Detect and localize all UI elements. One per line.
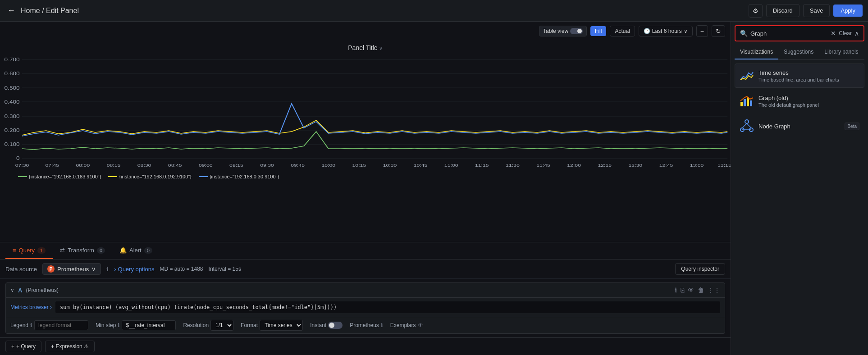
resolution-label: Resolution — [183, 322, 209, 328]
graph-old-icon — [740, 94, 754, 108]
svg-text:13:15: 13:15 — [717, 163, 731, 168]
settings-button[interactable]: ⚙ — [749, 4, 763, 18]
min-step-input[interactable] — [122, 320, 176, 330]
svg-rect-40 — [740, 102, 743, 106]
query-delete-icon[interactable]: 🗑 — [698, 287, 704, 294]
table-view-toggle[interactable]: Table view — [539, 26, 587, 36]
viz-item-time-series-info: Time series Time based line, area and ba… — [758, 69, 859, 82]
query-inspector-button[interactable]: Query inspector — [675, 263, 725, 275]
time-range-picker[interactable]: 🕐 Last 6 hours ∨ — [639, 26, 693, 36]
svg-text:0.600: 0.600 — [5, 71, 20, 77]
svg-rect-43 — [750, 100, 752, 106]
format-select[interactable]: Time series — [260, 320, 303, 331]
viz-item-time-series-desc: Time based line, area and bar charts — [758, 77, 859, 82]
legend-color-3 — [199, 176, 208, 177]
datasource-label: Data source — [5, 266, 37, 273]
alert-tab-label: Alert — [129, 247, 142, 254]
table-view-switch[interactable] — [570, 28, 583, 34]
svg-line-48 — [747, 123, 751, 128]
tab-transform[interactable]: ⇄ Transform 0 — [53, 242, 112, 259]
apply-button[interactable]: Apply — [833, 5, 863, 17]
query-bottom-bar: + + Query + Expression ⚠ — [0, 337, 731, 355]
svg-text:07:30: 07:30 — [15, 163, 29, 168]
svg-text:08:45: 08:45 — [168, 163, 182, 168]
top-bar: ← Home / Edit Panel ⚙ Discard Save Apply — [0, 0, 868, 22]
svg-text:09:00: 09:00 — [199, 163, 213, 168]
resolution-select[interactable]: 1/1 — [210, 320, 233, 331]
query-expression-display[interactable]: sum by(instance) (avg_without(cpu) (irat… — [55, 301, 720, 313]
panel-title[interactable]: Panel Title — [0, 44, 731, 51]
viz-search-input[interactable] — [750, 30, 828, 37]
query-drag-icon[interactable]: ⋮⋮ — [708, 287, 720, 294]
svg-rect-42 — [747, 97, 749, 106]
exemplars-label: Exemplars — [390, 322, 416, 328]
query-expression-row: Metrics browser › sum by(instance) (avg_… — [6, 298, 725, 317]
exemplars-field: Exemplars 👁 — [390, 322, 423, 328]
query-copy-icon[interactable]: ⎘ — [681, 287, 684, 294]
format-label: Format — [241, 322, 258, 328]
alert-tab-badge: 0 — [144, 247, 152, 254]
legend-item-1: {instance="192.168.0.183:9100"} — [18, 174, 101, 179]
chevron-down-icon: ∨ — [91, 266, 96, 273]
query-options-label: Query options — [118, 266, 155, 273]
instant-toggle[interactable] — [328, 322, 343, 329]
query-id-label: A — [18, 287, 22, 294]
add-query-label: + Query — [16, 343, 36, 350]
svg-text:09:45: 09:45 — [291, 163, 305, 168]
actual-button[interactable]: Actual — [610, 26, 635, 36]
query-tabs: ≡ Query 1 ⇄ Transform 0 🔔 Alert 0 — [0, 242, 731, 259]
viz-item-node-graph-info: Node Graph — [758, 123, 840, 130]
add-expression-button[interactable]: + Expression ⚠ — [45, 341, 95, 352]
svg-text:0.100: 0.100 — [5, 142, 20, 147]
query-help-icon[interactable]: ℹ — [675, 287, 677, 294]
collapse-right-panel-button[interactable]: ∧ — [854, 30, 859, 37]
query-row-header: ∨ A (Prometheus) ℹ ⎘ 👁 🗑 ⋮⋮ — [6, 283, 725, 298]
clear-search-button[interactable]: ✕ — [831, 30, 836, 37]
metrics-browser-button[interactable]: Metrics browser › — [10, 304, 52, 310]
query-visibility-icon[interactable]: 👁 — [688, 287, 694, 294]
legend-info-icon[interactable]: ℹ — [30, 322, 32, 328]
viz-item-time-series[interactable]: Time series Time based line, area and ba… — [735, 64, 864, 88]
viz-item-graph-old-title: Graph (old) — [758, 95, 859, 101]
zoom-out-button[interactable]: − — [696, 25, 708, 37]
query-opts-meta-interval: Interval = 15s — [209, 266, 241, 272]
exemplars-info-icon[interactable]: 👁 — [418, 322, 423, 328]
tab-library-panels[interactable]: Library panels — [819, 45, 863, 59]
query-options-expand[interactable]: › Query options — [114, 266, 154, 273]
svg-text:09:30: 09:30 — [260, 163, 274, 168]
fill-button[interactable]: Fill — [590, 26, 606, 36]
svg-text:08:00: 08:00 — [76, 163, 90, 168]
svg-line-47 — [742, 123, 747, 128]
top-bar-left: ← Home / Edit Panel — [5, 4, 79, 17]
data-source-info-icon[interactable]: ℹ — [381, 322, 383, 328]
datasource-name: Prometheus — [57, 266, 89, 273]
data-source-value: Prometheus — [350, 322, 379, 328]
viz-item-graph-old-info: Graph (old) The old default graph panel — [758, 95, 859, 108]
datasource-info-icon[interactable]: ℹ — [106, 266, 109, 273]
format-field: Format Time series — [241, 320, 303, 331]
svg-text:12:00: 12:00 — [567, 163, 581, 168]
save-button[interactable]: Save — [803, 4, 830, 17]
right-panel: 🔍 ✕ Clear ∧ Visualizations Suggestions L… — [731, 22, 868, 355]
tab-alert[interactable]: 🔔 Alert 0 — [112, 242, 160, 259]
time-series-icon — [740, 68, 754, 83]
min-step-info-icon[interactable]: ℹ — [118, 322, 120, 328]
collapse-query-button[interactable]: ∨ — [10, 287, 14, 293]
refresh-button[interactable]: ↻ — [712, 25, 725, 37]
chevron-down-icon: ∨ — [684, 28, 688, 34]
viz-item-node-graph[interactable]: Node Graph Beta — [735, 114, 864, 138]
svg-text:10:30: 10:30 — [383, 163, 397, 168]
add-query-button[interactable]: + + Query — [5, 341, 41, 352]
tab-query[interactable]: ≡ Query 1 — [5, 242, 53, 259]
legend-input[interactable] — [34, 320, 88, 330]
clear-label: Clear — [839, 30, 852, 36]
query-row-a: ∨ A (Prometheus) ℹ ⎘ 👁 🗑 ⋮⋮ Metrics brow… — [5, 282, 725, 334]
discard-button[interactable]: Discard — [766, 4, 799, 17]
back-button[interactable]: ← — [5, 4, 17, 17]
tab-suggestions[interactable]: Suggestions — [778, 45, 819, 59]
svg-text:07:45: 07:45 — [45, 163, 59, 168]
tab-visualizations[interactable]: Visualizations — [735, 45, 778, 59]
legend-label-2: {instance="192.168.0.192:9100"} — [119, 174, 191, 179]
viz-item-graph-old[interactable]: Graph (old) The old default graph panel — [735, 89, 864, 113]
datasource-selector[interactable]: P Prometheus ∨ — [42, 263, 101, 275]
